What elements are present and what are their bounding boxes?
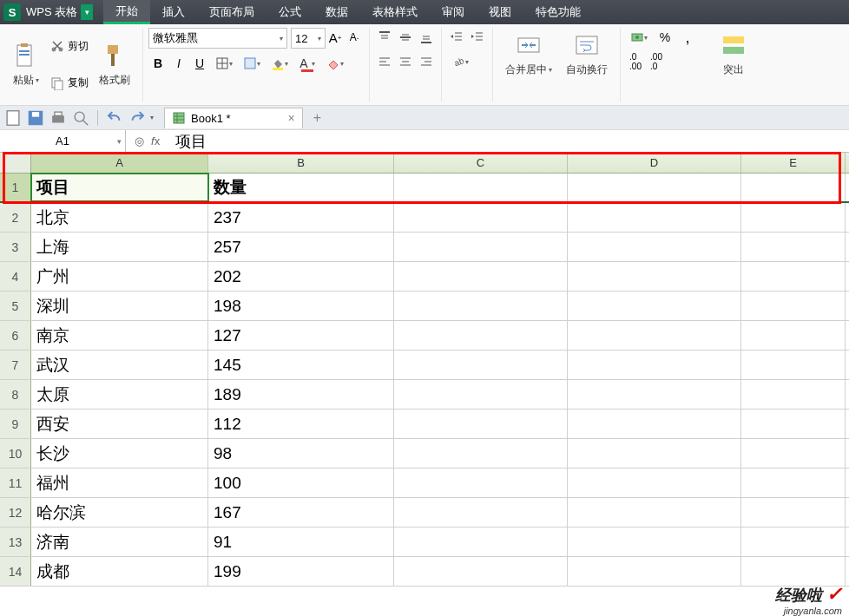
cell[interactable]: 北京 [31,203,208,232]
merge-center-button[interactable]: 合并居中▾ [498,28,559,81]
cell[interactable] [394,203,568,232]
col-header-E[interactable]: E [741,153,846,173]
align-left-button[interactable] [375,52,394,71]
paste-button[interactable]: 粘贴▾ [5,28,47,102]
align-bottom-button[interactable] [417,28,436,47]
insert-chart-icon[interactable]: ◎ [135,134,144,147]
cell[interactable] [741,380,846,409]
cell[interactable] [394,262,568,291]
fx-icon[interactable]: fx [151,134,160,147]
cell-style-button[interactable]: ▾ [239,54,265,73]
align-right-button[interactable] [417,52,436,71]
align-center-button[interactable] [396,52,415,71]
row-header[interactable]: 12 [0,498,31,527]
cell[interactable] [568,233,741,261]
cell[interactable] [394,528,568,556]
save-button[interactable] [26,108,45,128]
border-button[interactable]: ▾ [211,54,237,73]
cell[interactable] [741,557,846,586]
cell[interactable] [394,292,568,320]
print-preview-button[interactable] [71,108,90,128]
cell[interactable]: 145 [208,351,394,379]
underline-button[interactable]: U [190,54,209,73]
font-name-select[interactable]: 微软雅黑▾ [148,28,287,49]
cell[interactable]: 西安 [31,410,208,438]
cell[interactable] [394,557,568,586]
cell[interactable] [741,321,846,350]
copy-button[interactable]: 复制 [47,74,92,92]
row-header[interactable]: 2 [0,203,31,232]
tab-formula[interactable]: 公式 [267,0,313,24]
cell[interactable] [741,233,846,261]
redo-button[interactable] [128,108,147,128]
row-header[interactable]: 5 [0,292,31,320]
cell[interactable] [394,380,568,409]
col-header-D[interactable]: D [568,153,741,173]
cell[interactable] [568,380,741,409]
cell[interactable]: 98 [208,439,394,468]
cell[interactable] [394,439,568,468]
cell[interactable]: 福州 [31,469,208,497]
tab-data[interactable]: 数据 [313,0,360,24]
tab-special[interactable]: 特色功能 [523,0,593,24]
decrease-decimal-button[interactable]: .00.0 [647,52,666,71]
tab-view[interactable]: 视图 [477,0,523,24]
cell[interactable] [568,528,741,556]
format-painter-button[interactable]: 格式刷 [92,28,137,102]
print-button[interactable] [49,108,68,128]
cell[interactable]: 上海 [31,233,208,261]
bold-button[interactable]: B [148,54,168,73]
cell[interactable] [741,203,846,232]
col-header-C[interactable]: C [394,153,568,173]
decrease-indent-button[interactable] [447,28,466,47]
cell[interactable]: 长沙 [31,439,208,468]
cell[interactable] [741,469,846,497]
cell[interactable]: 199 [208,557,394,586]
row-header[interactable]: 11 [0,469,31,497]
row-header[interactable]: 10 [0,439,31,468]
select-all-corner[interactable] [0,153,31,173]
qat-more-button[interactable]: ▾ [150,114,154,121]
orientation-button[interactable]: ab▾ [447,52,473,71]
cell[interactable] [568,469,741,497]
cell[interactable]: 哈尔滨 [31,498,208,527]
cell[interactable] [394,410,568,438]
cell[interactable]: 189 [208,380,394,409]
cell[interactable]: 198 [208,292,394,320]
comma-button[interactable]: , [678,28,697,47]
cell[interactable]: 127 [208,321,394,350]
row-header[interactable]: 8 [0,380,31,409]
chevron-down-icon[interactable]: ▾ [117,137,122,146]
add-doc-button[interactable]: + [313,110,321,126]
highlight-button[interactable]: 突出 [713,28,754,81]
tab-review[interactable]: 审阅 [430,0,477,24]
cell[interactable]: 202 [208,262,394,291]
cell[interactable] [568,321,741,350]
cell[interactable]: 91 [208,528,394,556]
document-tab[interactable]: Book1 * × [164,108,303,128]
cell[interactable] [394,498,568,527]
decrease-font-button[interactable]: A- [345,28,364,47]
align-middle-button[interactable] [396,28,415,47]
cell[interactable]: 112 [208,410,394,438]
cell[interactable] [741,528,846,556]
cell[interactable] [568,410,741,438]
cell[interactable] [394,321,568,350]
cell[interactable] [568,174,741,201]
tab-page-layout[interactable]: 页面布局 [197,0,267,24]
wrap-text-button[interactable]: 自动换行 [559,28,615,81]
cell[interactable] [741,174,846,201]
cell[interactable] [741,439,846,468]
name-box[interactable]: A1 ▾ [0,130,126,152]
clear-format-button[interactable]: ▾ [322,54,348,73]
percent-button[interactable]: % [655,28,675,47]
italic-button[interactable]: I [169,54,188,73]
align-top-button[interactable] [375,28,394,47]
cell[interactable] [568,203,741,232]
cell[interactable] [741,262,846,291]
cell[interactable]: 济南 [31,528,208,556]
cell[interactable] [741,498,846,527]
cell[interactable]: 南京 [31,321,208,350]
formula-bar[interactable]: 项目 [168,131,849,152]
font-color-button[interactable]: A▾ [294,54,320,73]
